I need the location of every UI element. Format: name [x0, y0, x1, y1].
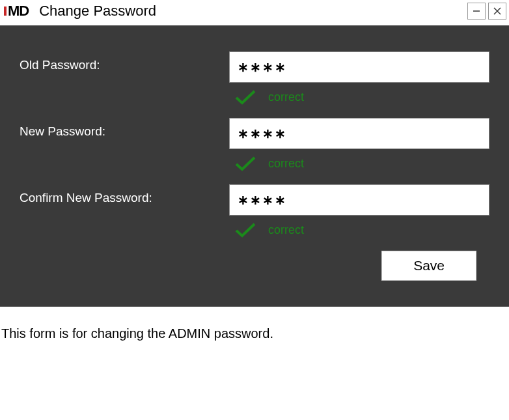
check-icon — [234, 156, 256, 171]
check-icon — [234, 89, 256, 105]
confirm-password-row: Confirm New Password: — [20, 184, 489, 216]
new-password-validation: correct — [234, 156, 489, 171]
confirm-password-status: correct — [268, 223, 304, 237]
logo-text: MD — [8, 3, 29, 20]
old-password-row: Old Password: — [20, 51, 489, 83]
close-icon — [493, 7, 501, 15]
old-password-input[interactable] — [229, 51, 489, 83]
app-logo: MD — [4, 3, 29, 20]
window-controls — [467, 3, 506, 20]
new-password-label: New Password: — [20, 118, 229, 139]
minimize-icon — [473, 7, 480, 15]
logo-accent-icon — [4, 7, 7, 16]
confirm-password-label: Confirm New Password: — [20, 184, 229, 205]
confirm-password-validation: correct — [234, 222, 489, 238]
confirm-password-input[interactable] — [229, 184, 489, 216]
new-password-input[interactable] — [229, 118, 489, 149]
new-password-status: correct — [268, 157, 304, 171]
button-row: Save — [20, 251, 489, 281]
window-title: Change Password — [39, 3, 156, 20]
page-caption: This form is for changing the ADMIN pass… — [0, 307, 509, 348]
form-panel: Old Password: correct New Password: corr… — [0, 25, 509, 307]
close-button[interactable] — [488, 3, 506, 20]
check-icon — [234, 222, 256, 238]
minimize-button[interactable] — [467, 3, 486, 20]
save-button[interactable]: Save — [381, 251, 476, 281]
titlebar: MD Change Password — [0, 0, 509, 25]
new-password-row: New Password: — [20, 118, 489, 149]
old-password-status: correct — [268, 91, 304, 104]
old-password-validation: correct — [234, 89, 489, 105]
old-password-label: Old Password: — [20, 51, 229, 72]
change-password-window: MD Change Password Old Password: correct… — [0, 0, 509, 307]
